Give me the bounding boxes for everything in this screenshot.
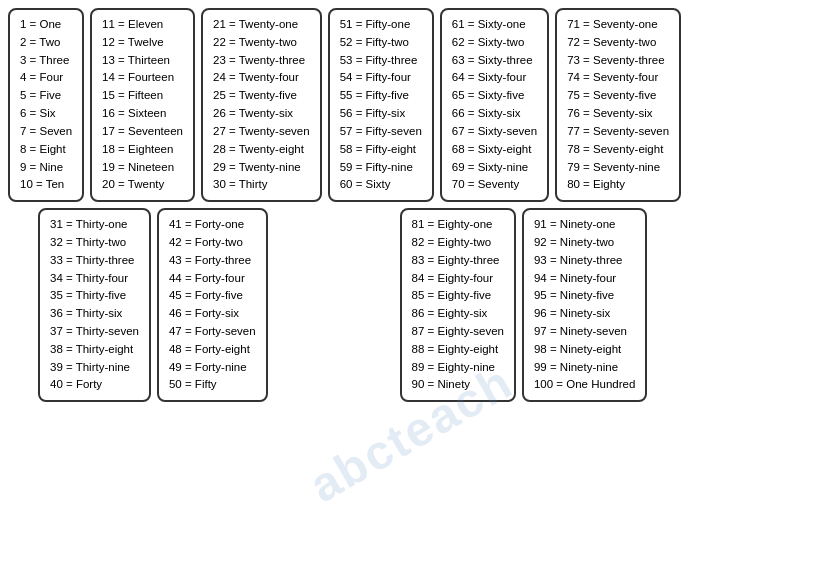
number-entry: 22 = Twenty-two (213, 34, 310, 52)
number-entry: 36 = Thirty-six (50, 305, 139, 323)
number-entry: 43 = Forty-three (169, 252, 256, 270)
number-entry: 53 = Fifty-three (340, 52, 422, 70)
number-entry: 32 = Thirty-two (50, 234, 139, 252)
card-91-100: 91 = Ninety-one92 = Ninety-two93 = Ninet… (522, 208, 647, 402)
number-entry: 96 = Ninety-six (534, 305, 635, 323)
bottom-row: 31 = Thirty-one32 = Thirty-two33 = Thirt… (8, 208, 813, 402)
number-entry: 61 = Sixty-one (452, 16, 537, 34)
number-entry: 13 = Thirteen (102, 52, 183, 70)
number-entry: 47 = Forty-seven (169, 323, 256, 341)
number-entry: 38 = Thirty-eight (50, 341, 139, 359)
number-entry: 63 = Sixty-three (452, 52, 537, 70)
number-entry: 89 = Eighty-nine (412, 359, 504, 377)
number-entry: 45 = Forty-five (169, 287, 256, 305)
number-entry: 29 = Twenty-nine (213, 159, 310, 177)
number-entry: 17 = Seventeen (102, 123, 183, 141)
number-entry: 81 = Eighty-one (412, 216, 504, 234)
number-entry: 41 = Forty-one (169, 216, 256, 234)
number-entry: 28 = Twenty-eight (213, 141, 310, 159)
number-entry: 25 = Twenty-five (213, 87, 310, 105)
number-entry: 35 = Thirty-five (50, 287, 139, 305)
number-entry: 51 = Fifty-one (340, 16, 422, 34)
number-entry: 82 = Eighty-two (412, 234, 504, 252)
number-entry: 26 = Twenty-six (213, 105, 310, 123)
number-entry: 76 = Seventy-six (567, 105, 669, 123)
card-81-90: 81 = Eighty-one82 = Eighty-two83 = Eight… (400, 208, 516, 402)
card-71-80: 71 = Seventy-one72 = Seventy-two73 = Sev… (555, 8, 681, 202)
number-entry: 16 = Sixteen (102, 105, 183, 123)
number-entry: 31 = Thirty-one (50, 216, 139, 234)
number-entry: 8 = Eight (20, 141, 72, 159)
number-entry: 69 = Sixty-nine (452, 159, 537, 177)
number-entry: 5 = Five (20, 87, 72, 105)
number-entry: 7 = Seven (20, 123, 72, 141)
number-entry: 12 = Twelve (102, 34, 183, 52)
number-entry: 86 = Eighty-six (412, 305, 504, 323)
number-entry: 18 = Eighteen (102, 141, 183, 159)
number-entry: 48 = Forty-eight (169, 341, 256, 359)
number-entry: 93 = Ninety-three (534, 252, 635, 270)
number-entry: 56 = Fifty-six (340, 105, 422, 123)
number-entry: 27 = Twenty-seven (213, 123, 310, 141)
card-61-70: 61 = Sixty-one62 = Sixty-two63 = Sixty-t… (440, 8, 549, 202)
number-entry: 11 = Eleven (102, 16, 183, 34)
number-entry: 59 = Fifty-nine (340, 159, 422, 177)
number-entry: 49 = Forty-nine (169, 359, 256, 377)
number-entry: 23 = Twenty-three (213, 52, 310, 70)
number-entry: 57 = Fifty-seven (340, 123, 422, 141)
number-entry: 6 = Six (20, 105, 72, 123)
number-entry: 9 = Nine (20, 159, 72, 177)
number-entry: 70 = Seventy (452, 176, 537, 194)
page-wrapper: 1 = One2 = Two3 = Three4 = Four5 = Five6… (8, 8, 813, 402)
number-entry: 92 = Ninety-two (534, 234, 635, 252)
card-51-60: 51 = Fifty-one52 = Fifty-two53 = Fifty-t… (328, 8, 434, 202)
number-entry: 98 = Ninety-eight (534, 341, 635, 359)
number-entry: 55 = Fifty-five (340, 87, 422, 105)
number-entry: 30 = Thirty (213, 176, 310, 194)
number-entry: 74 = Seventy-four (567, 69, 669, 87)
number-entry: 91 = Ninety-one (534, 216, 635, 234)
number-entry: 34 = Thirty-four (50, 270, 139, 288)
number-entry: 68 = Sixty-eight (452, 141, 537, 159)
number-entry: 50 = Fifty (169, 376, 256, 394)
card-41-50: 41 = Forty-one42 = Forty-two43 = Forty-t… (157, 208, 268, 402)
number-entry: 62 = Sixty-two (452, 34, 537, 52)
number-entry: 14 = Fourteen (102, 69, 183, 87)
number-entry: 2 = Two (20, 34, 72, 52)
number-entry: 100 = One Hundred (534, 376, 635, 394)
card-11-20: 11 = Eleven12 = Twelve13 = Thirteen14 = … (90, 8, 195, 202)
number-entry: 10 = Ten (20, 176, 72, 194)
number-entry: 88 = Eighty-eight (412, 341, 504, 359)
number-entry: 33 = Thirty-three (50, 252, 139, 270)
card-21-30: 21 = Twenty-one22 = Twenty-two23 = Twent… (201, 8, 322, 202)
number-entry: 75 = Seventy-five (567, 87, 669, 105)
number-entry: 44 = Forty-four (169, 270, 256, 288)
number-entry: 40 = Forty (50, 376, 139, 394)
number-entry: 20 = Twenty (102, 176, 183, 194)
number-entry: 90 = Ninety (412, 376, 504, 394)
number-entry: 37 = Thirty-seven (50, 323, 139, 341)
number-entry: 77 = Seventy-seven (567, 123, 669, 141)
number-entry: 79 = Seventy-nine (567, 159, 669, 177)
number-entry: 67 = Sixty-seven (452, 123, 537, 141)
number-entry: 1 = One (20, 16, 72, 34)
number-entry: 72 = Seventy-two (567, 34, 669, 52)
number-entry: 46 = Forty-six (169, 305, 256, 323)
number-entry: 3 = Three (20, 52, 72, 70)
number-entry: 66 = Sixty-six (452, 105, 537, 123)
number-entry: 19 = Nineteen (102, 159, 183, 177)
number-entry: 97 = Ninety-seven (534, 323, 635, 341)
number-entry: 95 = Ninety-five (534, 287, 635, 305)
number-entry: 73 = Seventy-three (567, 52, 669, 70)
number-entry: 24 = Twenty-four (213, 69, 310, 87)
number-entry: 58 = Fifty-eight (340, 141, 422, 159)
number-entry: 71 = Seventy-one (567, 16, 669, 34)
number-entry: 15 = Fifteen (102, 87, 183, 105)
number-entry: 4 = Four (20, 69, 72, 87)
number-entry: 99 = Ninety-nine (534, 359, 635, 377)
top-row: 1 = One2 = Two3 = Three4 = Four5 = Five6… (8, 8, 813, 202)
number-entry: 65 = Sixty-five (452, 87, 537, 105)
number-entry: 21 = Twenty-one (213, 16, 310, 34)
number-entry: 54 = Fifty-four (340, 69, 422, 87)
number-entry: 64 = Sixty-four (452, 69, 537, 87)
